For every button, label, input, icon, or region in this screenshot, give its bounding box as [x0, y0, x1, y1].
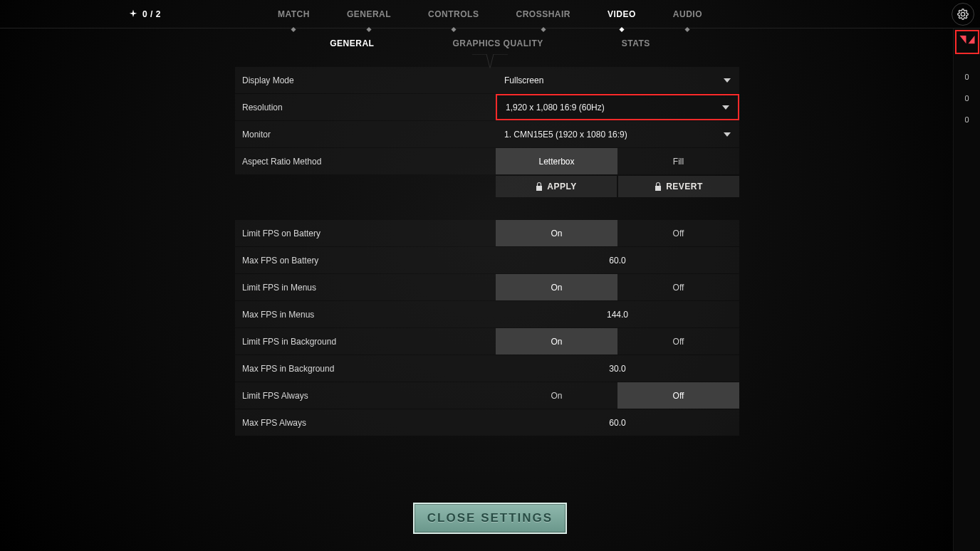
option-on[interactable]: On — [496, 328, 617, 355]
diamond-icon — [451, 26, 456, 31]
option-on[interactable]: On — [496, 220, 617, 246]
label-aspect-ratio: Aspect Ratio Method — [235, 148, 496, 174]
chevron-down-icon — [724, 132, 731, 137]
row-display-mode: Display Mode Fullscreen — [235, 67, 739, 93]
row-limit-fps-menus: Limit FPS in Menus On Off — [235, 274, 739, 300]
diamond-icon — [291, 26, 296, 31]
right-rail: 0 0 0 — [953, 28, 980, 551]
video-settings-panel: Display Mode Fullscreen Resolution 1,920… — [235, 67, 739, 436]
apply-button[interactable]: APPLY — [496, 176, 617, 197]
diamond-icon — [541, 26, 546, 31]
dropdown-value: Fullscreen — [504, 75, 543, 85]
row-resolution: Resolution 1,920 x 1,080 16:9 (60Hz) — [235, 94, 739, 120]
row-limit-fps-background: Limit FPS in Background On Off — [235, 328, 739, 355]
dropdown-value: 1,920 x 1,080 16:9 (60Hz) — [506, 103, 605, 112]
diamond-icon — [685, 26, 690, 31]
dropdown-value: 1. CMN15E5 (1920 x 1080 16:9) — [504, 130, 627, 140]
revert-label: REVERT — [666, 182, 703, 191]
tab-video[interactable]: VIDEO — [605, 9, 639, 19]
label-limit-fps-background: Limit FPS in Background — [235, 328, 496, 355]
label-max-fps-menus: Max FPS in Menus — [235, 301, 496, 327]
tab-match[interactable]: MATCH — [275, 9, 313, 19]
party-size-indicator: 0 / 2 — [128, 9, 161, 19]
rail-value-2: 0 — [964, 115, 969, 124]
subtab-general[interactable]: GENERAL — [330, 38, 374, 48]
video-sub-tabs: GENERAL GRAPHICS QUALITY STATS — [330, 38, 650, 48]
option-on[interactable]: On — [496, 274, 617, 300]
toggle-limit-fps-background: On Off — [496, 328, 739, 355]
option-off[interactable]: Off — [617, 382, 739, 409]
option-fill[interactable]: Fill — [617, 148, 739, 174]
row-aspect-ratio: Aspect Ratio Method Letterbox Fill — [235, 148, 739, 174]
row-max-fps-battery: Max FPS on Battery 60.0 — [235, 247, 739, 273]
lock-icon — [655, 182, 662, 191]
close-settings-button[interactable]: CLOSE SETTINGS — [413, 503, 567, 534]
top-bar: 0 / 2 MATCH GENERAL CONTROLS CROSSHAIR V… — [0, 0, 980, 28]
spark-icon — [128, 9, 138, 19]
rail-value-1: 0 — [964, 94, 969, 103]
tab-label: MATCH — [278, 9, 310, 19]
value-max-fps-background[interactable]: 30.0 — [496, 355, 739, 382]
apply-label: APPLY — [547, 182, 576, 191]
chevron-down-icon — [724, 78, 731, 83]
close-settings-label: CLOSE SETTINGS — [427, 511, 553, 525]
subtab-label: STATS — [622, 38, 650, 48]
value-max-fps-battery[interactable]: 60.0 — [496, 247, 739, 273]
gear-icon — [957, 9, 969, 20]
tab-label: AUDIO — [673, 9, 702, 19]
row-limit-fps-battery: Limit FPS on Battery On Off — [235, 220, 739, 246]
tab-general[interactable]: GENERAL — [344, 9, 394, 19]
row-max-fps-background: Max FPS in Background 30.0 — [235, 355, 739, 382]
settings-gear-button[interactable] — [952, 3, 974, 26]
label-limit-fps-battery: Limit FPS on Battery — [235, 220, 496, 246]
diamond-icon — [366, 26, 371, 31]
option-off[interactable]: Off — [617, 220, 739, 246]
option-letterbox[interactable]: Letterbox — [496, 148, 617, 174]
rail-value-0: 0 — [964, 73, 969, 81]
label-display-mode: Display Mode — [235, 67, 496, 93]
toggle-limit-fps-battery: On Off — [496, 220, 739, 246]
value-max-fps-menus[interactable]: 144.0 — [496, 301, 739, 327]
label-max-fps-background: Max FPS in Background — [235, 355, 496, 382]
subtab-label: GENERAL — [330, 38, 374, 48]
toggle-limit-fps-always: On Off — [496, 382, 739, 409]
game-app-icon[interactable] — [955, 30, 979, 54]
revert-button[interactable]: REVERT — [618, 176, 739, 197]
value-max-fps-always[interactable]: 60.0 — [496, 409, 739, 436]
tab-crosshair[interactable]: CROSSHAIR — [513, 9, 573, 19]
label-max-fps-always: Max FPS Always — [235, 409, 496, 436]
row-limit-fps-always: Limit FPS Always On Off — [235, 382, 739, 409]
label-limit-fps-always: Limit FPS Always — [235, 382, 496, 409]
tab-label: VIDEO — [608, 9, 636, 19]
toggle-aspect-ratio: Letterbox Fill — [496, 148, 739, 174]
dropdown-display-mode[interactable]: Fullscreen — [496, 67, 739, 93]
chevron-down-icon — [722, 105, 729, 110]
row-max-fps-always: Max FPS Always 60.0 — [235, 409, 739, 436]
row-max-fps-menus: Max FPS in Menus 144.0 — [235, 301, 739, 327]
lock-icon — [536, 182, 543, 191]
label-max-fps-battery: Max FPS on Battery — [235, 247, 496, 273]
tab-audio[interactable]: AUDIO — [670, 9, 705, 19]
option-off[interactable]: Off — [617, 328, 739, 355]
subtab-label: GRAPHICS QUALITY — [452, 38, 543, 48]
subtab-graphics-quality[interactable]: GRAPHICS QUALITY — [452, 38, 543, 48]
tab-label: GENERAL — [347, 9, 391, 19]
label-monitor: Monitor — [235, 121, 496, 147]
option-off[interactable]: Off — [617, 274, 739, 300]
tab-label: CONTROLS — [428, 9, 479, 19]
main-tabs: MATCH GENERAL CONTROLS CROSSHAIR VIDEO A… — [275, 0, 705, 28]
subtab-stats[interactable]: STATS — [622, 38, 650, 48]
party-size-text: 0 / 2 — [142, 9, 161, 19]
tab-controls[interactable]: CONTROLS — [425, 9, 481, 19]
diamond-icon — [619, 26, 624, 31]
dropdown-monitor[interactable]: 1. CMN15E5 (1920 x 1080 16:9) — [496, 121, 739, 147]
label-limit-fps-menus: Limit FPS in Menus — [235, 274, 496, 300]
toggle-limit-fps-menus: On Off — [496, 274, 739, 300]
row-monitor: Monitor 1. CMN15E5 (1920 x 1080 16:9) — [235, 121, 739, 147]
option-on[interactable]: On — [496, 382, 617, 409]
row-apply-revert: APPLY REVERT — [235, 176, 739, 197]
dropdown-resolution[interactable]: 1,920 x 1,080 16:9 (60Hz) — [496, 94, 739, 120]
label-resolution: Resolution — [235, 94, 496, 120]
tab-label: CROSSHAIR — [516, 9, 570, 19]
